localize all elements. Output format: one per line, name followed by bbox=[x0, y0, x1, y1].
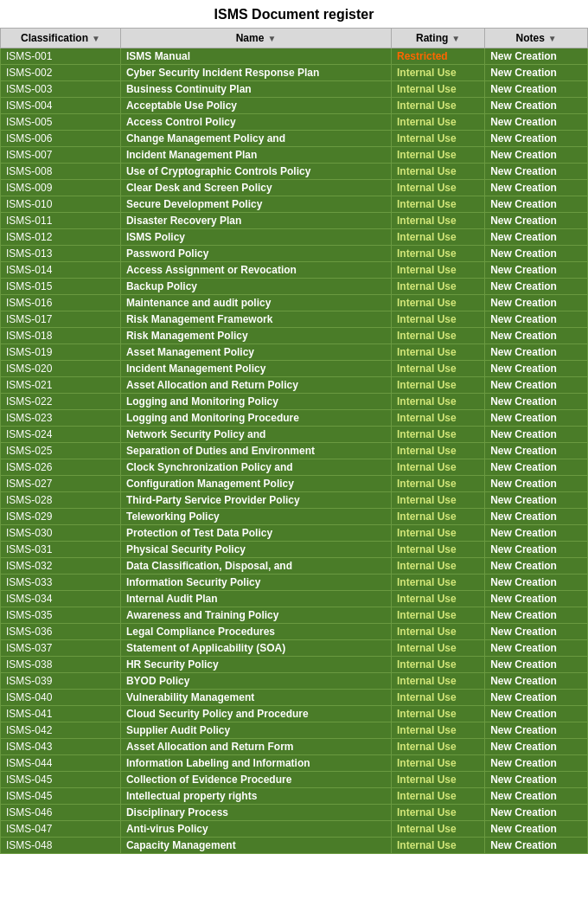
filter-icon-classification[interactable]: ▼ bbox=[92, 34, 100, 43]
filter-icon-notes[interactable]: ▼ bbox=[548, 34, 557, 43]
cell-notes: New Creation bbox=[485, 65, 588, 81]
cell-notes: New Creation bbox=[485, 690, 588, 706]
cell-classification: ISMS-008 bbox=[1, 164, 121, 180]
cell-name: Acceptable Use Policy bbox=[120, 98, 391, 114]
col-header-rating[interactable]: Rating ▼ bbox=[392, 29, 485, 48]
cell-name: Intellectual property rights bbox=[120, 788, 391, 805]
table-row: ISMS-017Risk Management FrameworkInterna… bbox=[1, 311, 588, 328]
filter-icon-rating[interactable]: ▼ bbox=[451, 34, 460, 43]
cell-name: Protection of Test Data Policy bbox=[120, 525, 391, 542]
cell-notes: New Creation bbox=[485, 196, 588, 213]
cell-notes: New Creation bbox=[485, 180, 588, 196]
cell-rating: Internal Use bbox=[392, 295, 485, 311]
cell-notes: New Creation bbox=[485, 361, 588, 377]
table-row: ISMS-040Vulnerability ManagementInternal… bbox=[1, 690, 588, 706]
cell-classification: ISMS-036 bbox=[1, 624, 121, 640]
cell-classification: ISMS-040 bbox=[1, 690, 121, 706]
cell-rating: Internal Use bbox=[392, 443, 485, 459]
cell-classification: ISMS-042 bbox=[1, 722, 121, 739]
cell-notes: New Creation bbox=[485, 509, 588, 525]
col-header-name[interactable]: Name ▼ bbox=[120, 29, 391, 48]
cell-notes: New Creation bbox=[485, 328, 588, 344]
cell-rating: Internal Use bbox=[392, 542, 485, 558]
cell-notes: New Creation bbox=[485, 525, 588, 542]
cell-rating: Internal Use bbox=[392, 591, 485, 607]
cell-notes: New Creation bbox=[485, 48, 588, 65]
cell-classification: ISMS-041 bbox=[1, 706, 121, 722]
cell-rating: Internal Use bbox=[392, 98, 485, 114]
table-row: ISMS-048Capacity ManagementInternal UseN… bbox=[1, 838, 588, 854]
table-row: ISMS-025Separation of Duties and Environ… bbox=[1, 443, 588, 459]
cell-notes: New Creation bbox=[485, 492, 588, 509]
cell-name: Separation of Duties and Environment bbox=[120, 443, 391, 459]
cell-notes: New Creation bbox=[485, 427, 588, 443]
cell-name: Configuration Management Policy bbox=[120, 476, 391, 492]
cell-name: Maintenance and audit policy bbox=[120, 295, 391, 311]
cell-name: Asset Management Policy bbox=[120, 344, 391, 361]
col-header-notes[interactable]: Notes ▼ bbox=[485, 29, 588, 48]
table-row: ISMS-014Access Assignment or RevocationI… bbox=[1, 262, 588, 279]
cell-rating: Internal Use bbox=[392, 427, 485, 443]
table-row: ISMS-001ISMS ManualRestrictedNew Creatio… bbox=[1, 48, 588, 65]
cell-rating: Internal Use bbox=[392, 838, 485, 854]
cell-classification: ISMS-020 bbox=[1, 361, 121, 377]
cell-classification: ISMS-047 bbox=[1, 821, 121, 838]
cell-notes: New Creation bbox=[485, 344, 588, 361]
col-header-classification[interactable]: Classification ▼ bbox=[1, 29, 121, 48]
cell-name: Secure Development Policy bbox=[120, 196, 391, 213]
table-row: ISMS-024Network Security Policy andInter… bbox=[1, 427, 588, 443]
cell-name: Third-Party Service Provider Policy bbox=[120, 492, 391, 509]
cell-notes: New Creation bbox=[485, 229, 588, 246]
cell-classification: ISMS-025 bbox=[1, 443, 121, 459]
cell-notes: New Creation bbox=[485, 755, 588, 772]
cell-name: Statement of Applicability (SOA) bbox=[120, 640, 391, 657]
cell-rating: Internal Use bbox=[392, 196, 485, 213]
cell-notes: New Creation bbox=[485, 311, 588, 328]
table-row: ISMS-042Supplier Audit PolicyInternal Us… bbox=[1, 722, 588, 739]
cell-name: Awareness and Training Policy bbox=[120, 607, 391, 624]
cell-rating: Restricted bbox=[392, 48, 485, 65]
cell-name: Capacity Management bbox=[120, 838, 391, 854]
cell-name: Disaster Recovery Plan bbox=[120, 213, 391, 229]
cell-name: Cyber Security Incident Response Plan bbox=[120, 65, 391, 81]
table-row: ISMS-021Asset Allocation and Return Poli… bbox=[1, 377, 588, 394]
cell-notes: New Creation bbox=[485, 394, 588, 410]
table-row: ISMS-015Backup PolicyInternal UseNew Cre… bbox=[1, 279, 588, 295]
table-row: ISMS-047Anti-virus PolicyInternal UseNew… bbox=[1, 821, 588, 838]
cell-notes: New Creation bbox=[485, 213, 588, 229]
cell-notes: New Creation bbox=[485, 624, 588, 640]
cell-name: Access Control Policy bbox=[120, 114, 391, 131]
cell-notes: New Creation bbox=[485, 772, 588, 788]
cell-classification: ISMS-014 bbox=[1, 262, 121, 279]
cell-rating: Internal Use bbox=[392, 459, 485, 476]
table-row: ISMS-027Configuration Management PolicyI… bbox=[1, 476, 588, 492]
cell-classification: ISMS-003 bbox=[1, 81, 121, 98]
table-row: ISMS-019Asset Management PolicyInternal … bbox=[1, 344, 588, 361]
table-row: ISMS-041Cloud Security Policy and Proced… bbox=[1, 706, 588, 722]
cell-rating: Internal Use bbox=[392, 640, 485, 657]
cell-name: Data Classification, Disposal, and bbox=[120, 558, 391, 575]
cell-notes: New Creation bbox=[485, 657, 588, 673]
cell-classification: ISMS-029 bbox=[1, 509, 121, 525]
table-row: ISMS-033Information Security PolicyInter… bbox=[1, 575, 588, 591]
cell-name: Network Security Policy and bbox=[120, 427, 391, 443]
table-row: ISMS-045Intellectual property rightsInte… bbox=[1, 788, 588, 805]
filter-icon-name[interactable]: ▼ bbox=[267, 34, 276, 43]
cell-name: Collection of Evidence Procedure bbox=[120, 772, 391, 788]
cell-rating: Internal Use bbox=[392, 361, 485, 377]
cell-name: Vulnerability Management bbox=[120, 690, 391, 706]
table-row: ISMS-032Data Classification, Disposal, a… bbox=[1, 558, 588, 575]
cell-notes: New Creation bbox=[485, 262, 588, 279]
cell-rating: Internal Use bbox=[392, 690, 485, 706]
cell-rating: Internal Use bbox=[392, 262, 485, 279]
cell-rating: Internal Use bbox=[392, 164, 485, 180]
cell-classification: ISMS-028 bbox=[1, 492, 121, 509]
cell-name: Logging and Monitoring Policy bbox=[120, 394, 391, 410]
table-row: ISMS-028Third-Party Service Provider Pol… bbox=[1, 492, 588, 509]
table-row: ISMS-013Password PolicyInternal UseNew C… bbox=[1, 246, 588, 262]
cell-rating: Internal Use bbox=[392, 344, 485, 361]
table-row: ISMS-035Awareness and Training PolicyInt… bbox=[1, 607, 588, 624]
cell-rating: Internal Use bbox=[392, 246, 485, 262]
table-row: ISMS-030Protection of Test Data PolicyIn… bbox=[1, 525, 588, 542]
cell-notes: New Creation bbox=[485, 98, 588, 114]
